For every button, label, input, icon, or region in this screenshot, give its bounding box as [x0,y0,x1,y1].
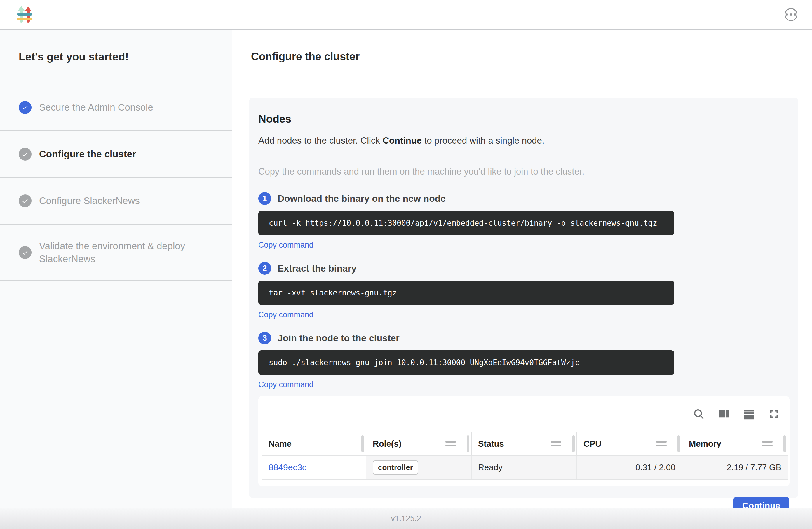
ellipsis-icon [786,13,796,16]
step-3-command-block: sudo ./slackernews-gnu join 10.0.0.11:30… [258,350,674,375]
column-header-roles[interactable]: Role(s) [366,432,472,455]
sidebar-step-label: Secure the Admin Console [39,101,153,114]
step-3-header: 3 Join the node to the cluster [258,332,789,344]
step-1-copy-command-link[interactable]: Copy command [258,241,314,249]
step-2-header: 2 Extract the binary [258,262,789,275]
cell-node-name: 8849ec3c [262,456,366,479]
slackernews-logo-icon [17,6,32,23]
card-actions: Continue [258,497,789,508]
column-header-status[interactable]: Status [472,432,577,455]
cell-node-cpu: 0.31 / 2.00 [577,456,682,479]
column-header-cpu[interactable]: CPU [577,432,682,455]
fullscreen-icon[interactable] [767,407,781,421]
step-pending-check-icon [19,195,31,207]
column-label: Name [269,439,292,449]
role-chip: controller [373,460,418,475]
content-shell: Let's get you started! Secure the Admin … [0,30,812,508]
density-icon[interactable] [742,407,756,421]
intro-suffix: to proceed with a single node. [422,135,545,146]
step-3-number-badge: 3 [258,332,271,344]
nodes-intro-text: Add nodes to the cluster. Click Continue… [258,135,789,146]
sidebar-step-configure-slackernews[interactable]: Configure SlackerNews [0,178,232,225]
page-title: Configure the cluster [251,50,800,63]
step-2-title: Extract the binary [278,263,357,274]
table-toolbar [258,396,789,432]
column-resize-handle[interactable] [678,435,680,452]
step-2-number-badge: 2 [258,262,271,275]
column-menu-icon[interactable] [445,441,456,446]
copy-hint-text: Copy the commands and run them on the ma… [258,167,789,177]
step-1-header: 1 Download the binary on the new node [258,192,789,205]
column-menu-icon[interactable] [762,441,773,446]
version-label: v1.125.2 [391,514,421,523]
column-resize-handle[interactable] [572,435,575,452]
top-bar [0,0,812,30]
step-2-copy-command-link[interactable]: Copy command [258,310,314,319]
sidebar-step-label: Configure the cluster [39,148,136,160]
cell-node-status: Ready [472,456,577,479]
column-label: CPU [583,439,601,449]
main-content: Configure the cluster Nodes Add nodes to… [232,30,812,508]
column-resize-handle[interactable] [783,435,786,452]
intro-bold: Continue [383,135,422,146]
search-icon[interactable] [692,407,706,421]
app-footer: v1.125.2 [0,508,812,529]
sidebar-step-secure-admin-console[interactable]: Secure the Admin Console [0,84,232,131]
step-complete-check-icon [19,101,31,114]
column-header-name[interactable]: Name [262,432,366,455]
step-1-command-block: curl -k https://10.0.0.11:30000/api/v1/e… [258,211,674,235]
step-1-number-badge: 1 [258,192,271,205]
sidebar-title: Let's get you started! [0,30,232,84]
sidebar-step-configure-cluster[interactable]: Configure the cluster [0,131,232,178]
column-resize-handle[interactable] [467,435,469,452]
column-resize-handle[interactable] [361,435,364,452]
cell-node-roles: controller [366,456,472,479]
step-1-title: Download the binary on the new node [278,193,446,204]
nodes-table: Name Role(s) Status [262,432,788,480]
more-options-button[interactable] [785,8,797,21]
step-pending-check-icon [19,148,31,160]
table-row: 8849ec3c controller Ready 0.31 / 2.00 2.… [262,455,788,480]
sidebar-step-validate-deploy[interactable]: Validate the environment & deploy Slacke… [0,225,232,281]
continue-button[interactable]: Continue [734,497,789,508]
title-divider [251,79,800,80]
step-pending-check-icon [19,246,31,259]
nodes-card-title: Nodes [258,113,789,126]
step-2-command-block: tar -xvf slackernews-gnu.tgz [258,281,674,305]
sidebar-step-label: Validate the environment & deploy Slacke… [39,240,208,266]
column-header-memory[interactable]: Memory [682,432,788,455]
step-3-copy-command-link[interactable]: Copy command [258,380,314,389]
column-label: Memory [689,439,721,449]
intro-prefix: Add nodes to the cluster. Click [258,135,383,146]
column-label: Status [478,439,504,449]
view-columns-icon[interactable] [716,407,731,421]
nodes-card: Nodes Add nodes to the cluster. Click Co… [249,98,798,498]
setup-sidebar: Let's get you started! Secure the Admin … [0,30,232,508]
cell-node-memory: 2.19 / 7.77 GB [682,456,788,479]
nodes-table-header: Name Role(s) Status [262,432,788,455]
column-menu-icon[interactable] [551,441,561,446]
sidebar-step-label: Configure SlackerNews [39,195,140,207]
column-menu-icon[interactable] [656,441,667,446]
step-3-title: Join the node to the cluster [278,333,400,344]
column-label: Role(s) [373,439,401,449]
nodes-table-panel: Name Role(s) Status [258,396,789,486]
node-name-link[interactable]: 8849ec3c [269,462,306,472]
